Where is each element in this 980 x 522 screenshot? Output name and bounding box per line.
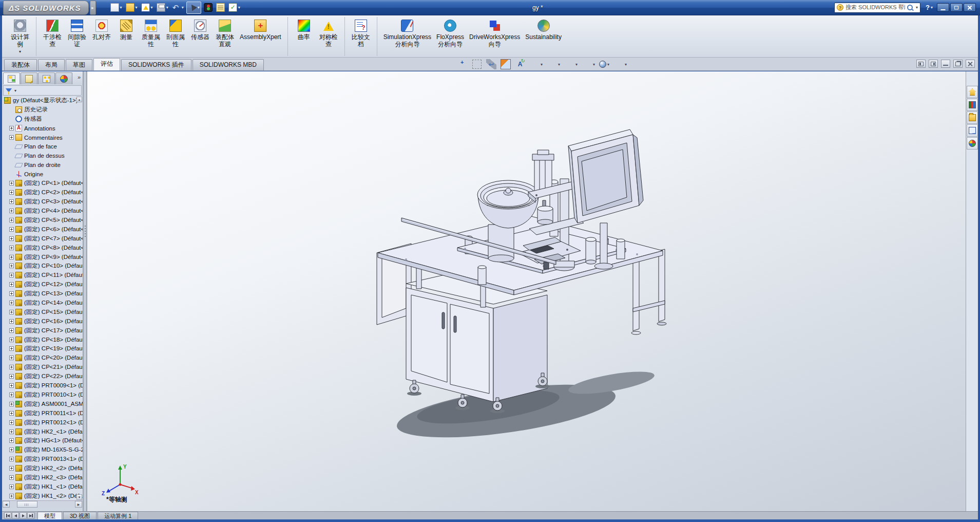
qat-select[interactable]: ▾ xyxy=(186,2,201,14)
dropdown-caret-icon[interactable]: ▾ xyxy=(625,62,627,67)
search-icon[interactable] xyxy=(907,5,913,10)
expand-icon[interactable] xyxy=(9,190,14,195)
doc-minimize-document[interactable] xyxy=(941,60,950,68)
tree-item[interactable]: (固定) CP<9> (Défaut< xyxy=(2,252,83,262)
dropdown-caret-icon[interactable]: ▾ xyxy=(198,5,200,10)
doc-close-document[interactable] xyxy=(966,60,975,68)
ribbon-button-interference-detection[interactable]: 干涉检 查 xyxy=(40,18,65,49)
expand-icon[interactable] xyxy=(9,246,14,250)
ribbon-button-sensors[interactable]: 传感器 xyxy=(188,18,213,42)
tree-item[interactable]: (固定) CP<2> (Défaut< xyxy=(2,188,83,197)
expand-icon[interactable] xyxy=(9,181,14,185)
expand-icon[interactable] xyxy=(9,144,14,149)
expand-icon[interactable] xyxy=(9,319,14,324)
expand-icon[interactable] xyxy=(9,356,14,360)
ribbon-button-mass-properties[interactable]: 质量属 性 xyxy=(139,18,163,49)
taskpane-design-library[interactable] xyxy=(967,111,978,124)
help-button[interactable]: ?▾ xyxy=(926,4,933,11)
tree-item[interactable]: 传感器 xyxy=(2,115,83,124)
headsup-edit-appearance[interactable]: ▾ xyxy=(581,59,595,70)
tree-item[interactable]: (固定) CP<14> (Défaut xyxy=(2,299,83,308)
tree-item[interactable]: (固定) PRT0010<1> (Dé xyxy=(2,390,83,400)
close-button[interactable] xyxy=(964,3,976,12)
tab-solidworks-mbd[interactable]: SOLIDWORKS MBD xyxy=(193,59,264,70)
tree-item[interactable]: (固定) CP<4> (Défaut< xyxy=(2,207,83,216)
tree-item[interactable]: (固定) CP<12> (Défaut xyxy=(2,280,83,289)
headsup-previous-view[interactable] xyxy=(486,59,497,70)
tab-assembly[interactable]: 装配体 xyxy=(4,59,37,70)
expand-icon[interactable] xyxy=(9,393,14,397)
tree-item[interactable]: (固定) PRT0011<1> (Dé xyxy=(2,408,83,418)
expand-icon[interactable] xyxy=(9,199,14,204)
dropdown-caret-icon[interactable]: ▾ xyxy=(593,62,595,67)
expand-icon[interactable] xyxy=(9,438,14,443)
expand-icon[interactable] xyxy=(9,494,14,498)
tree-item[interactable]: (固定) CP<7> (Défaut< xyxy=(2,234,83,243)
tree-item[interactable]: (固定) CP<21> (Défaut xyxy=(2,363,83,372)
tree-item[interactable]: Origine xyxy=(2,170,83,179)
tree-item[interactable]: (固定) HK2_<3> (Défau xyxy=(2,473,83,482)
expand-icon[interactable] xyxy=(9,457,14,461)
bottom-tab-3d-views[interactable]: 3D 视图 xyxy=(63,512,97,519)
dropdown-caret-icon[interactable]: ▾ xyxy=(238,5,240,10)
expand-icon[interactable] xyxy=(9,430,14,434)
tree-item[interactable]: (固定) CP<19> (Défaut xyxy=(2,344,83,353)
dropdown-caret-icon[interactable]: ▾ xyxy=(607,62,609,67)
dropdown-caret-icon[interactable]: ▾ xyxy=(558,62,560,67)
next-tab-icon[interactable] xyxy=(20,512,27,519)
logo-grip-icon[interactable]: ▸ xyxy=(90,1,96,15)
expand-icon[interactable] xyxy=(9,273,14,277)
headsup-display-style[interactable]: ▾ xyxy=(546,59,561,70)
ribbon-button-assemblyxpert[interactable]: AssemblyXpert xyxy=(237,18,284,42)
tree-item[interactable]: (固定) CP<1> (Défaut< xyxy=(2,179,83,188)
qat-file-properties[interactable] xyxy=(215,2,226,14)
expand-icon[interactable] xyxy=(9,301,14,305)
expand-icon[interactable] xyxy=(9,227,14,232)
door-handle-left[interactable] xyxy=(442,312,445,329)
graphics-viewport[interactable]: Y Z X *等轴测 xyxy=(87,71,966,511)
expand-icon[interactable] xyxy=(9,310,14,314)
expand-icon[interactable] xyxy=(9,383,14,388)
doc-split-pane-right[interactable] xyxy=(929,60,938,68)
tree-item[interactable]: (固定) CP<8> (Défaut< xyxy=(2,243,83,252)
qat-make-drawing[interactable]: ▾ xyxy=(140,2,154,14)
dropdown-caret-icon[interactable]: ▾ xyxy=(19,48,21,55)
first-tab-icon[interactable] xyxy=(4,512,11,519)
panel-tab-configurationmanager[interactable] xyxy=(38,72,55,84)
taskpane-home[interactable] xyxy=(967,86,978,98)
dropdown-caret-icon[interactable]: ▾ xyxy=(151,5,153,10)
tree-horizontal-scrollbar[interactable]: ◀ ▶ xyxy=(3,500,82,508)
qat-options[interactable]: ▾ xyxy=(227,2,241,14)
ribbon-button-simulationxpress-wizard[interactable]: SimulationXpress 分析向导 xyxy=(381,18,434,49)
qat-performance-evaluation[interactable] xyxy=(203,2,214,14)
tree-item[interactable]: (固定) HK1_<2> (Défau xyxy=(2,491,83,500)
headsup-hide-show-items[interactable]: ▾ xyxy=(564,59,578,70)
expand-icon[interactable] xyxy=(9,365,14,369)
headsup-view-orientation[interactable]: ▾ xyxy=(529,59,543,70)
tree-item[interactable]: (固定) CP<16> (Défaut xyxy=(2,316,83,326)
expand-icon[interactable] xyxy=(9,448,14,452)
dropdown-caret-icon[interactable]: ▾ xyxy=(182,5,184,10)
taskpane-solidworks-resources[interactable] xyxy=(967,99,978,111)
tree-item[interactable]: (固定) CP<5> (Défaut< xyxy=(2,216,83,225)
assembly-model[interactable]: Y Z X xyxy=(87,71,966,511)
tree-item[interactable]: (固定) CP<18> (Défaut xyxy=(2,335,83,344)
ribbon-button-hole-alignment[interactable]: 孔对齐 xyxy=(89,18,114,42)
expand-icon[interactable] xyxy=(9,282,14,287)
tree-item[interactable]: (固定) CP<13> (Défaut xyxy=(2,289,83,299)
ribbon-button-symmetry-check[interactable]: 对称检 查 xyxy=(316,18,341,49)
scroll-left-icon[interactable]: ◀ xyxy=(3,501,10,508)
expand-icon[interactable] xyxy=(9,374,14,379)
tree-item[interactable]: Plan de droite xyxy=(2,160,83,170)
tree-item[interactable]: (固定) CP<6> (Défaut< xyxy=(2,225,83,234)
doc-split-pane-left[interactable] xyxy=(916,60,926,68)
dropdown-caret-icon[interactable]: ▾ xyxy=(575,62,578,67)
expand-icon[interactable] xyxy=(9,172,14,177)
tree-scroll-up[interactable]: ▲ xyxy=(76,97,82,102)
qat-open[interactable]: ▾ xyxy=(125,2,139,14)
headsup-section-view[interactable] xyxy=(500,59,511,70)
panel-tab-displaymanager[interactable] xyxy=(55,72,72,84)
expand-icon[interactable] xyxy=(9,218,14,222)
expand-icon[interactable] xyxy=(9,154,14,158)
tree-item[interactable]: (固定) PRT0012<1> (Dé xyxy=(2,418,83,427)
